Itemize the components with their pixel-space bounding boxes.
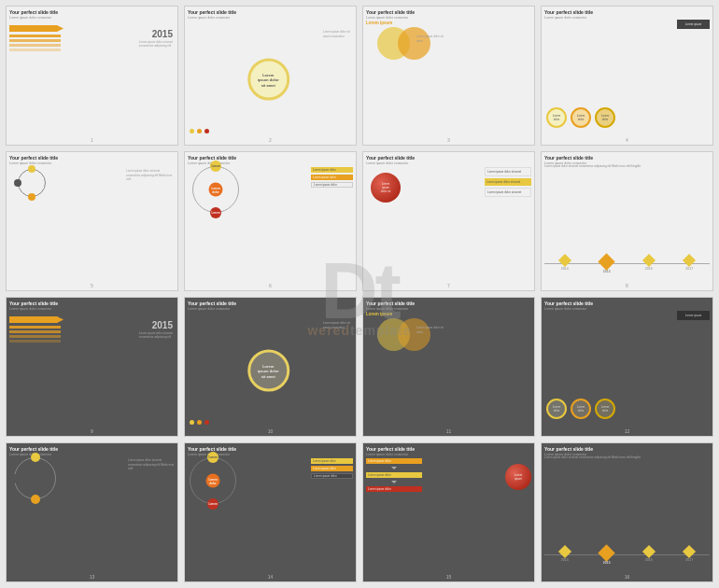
slide-14-boxes: Lorem ipsum dolor Lorem ipsum dolor Lore… bbox=[311, 458, 353, 479]
slide-grid: Your perfect slide title Lorem ipsum dol… bbox=[0, 0, 719, 588]
slide-8-timeline: 2014 2015 2016 2017 bbox=[544, 256, 710, 273]
slide-10-title: Your perfect slide title bbox=[185, 298, 356, 307]
slide-2-dots bbox=[190, 129, 209, 133]
slide-11[interactable]: Your perfect slide title Lorem ipsum dol… bbox=[362, 297, 535, 437]
slide-3[interactable]: Your perfect slide title Lorem ipsum dol… bbox=[362, 6, 535, 146]
slide-11-subtitle: Lorem ipsum dolor consectur bbox=[363, 307, 534, 311]
slide-14[interactable]: Your perfect slide title Lorem ipsum dol… bbox=[184, 442, 357, 582]
slide-1[interactable]: Your perfect slide title Lorem ipsum dol… bbox=[6, 6, 178, 146]
slide-15-flow: Lorem ipsum dolor Lorem ipsum dolor Lore… bbox=[366, 458, 422, 492]
slide-3-subtitle: Lorem ipsum dolor consectur bbox=[363, 16, 534, 20]
slide-4-title: Your perfect slide title bbox=[542, 7, 712, 16]
slide-5-number: 5 bbox=[91, 283, 93, 288]
slide-2[interactable]: Your perfect slide title Lorem ipsum dol… bbox=[184, 6, 357, 146]
slide-5[interactable]: Your perfect slide title Lorem ipsum dol… bbox=[6, 151, 178, 291]
slide-8-text: Lorem ipsum dolor sit amet consectetur a… bbox=[544, 164, 710, 169]
slide-9-title: Your perfect slide title bbox=[7, 298, 177, 307]
slide-9-text: Lorem ipsum dolor sit ametconsectetur ad… bbox=[139, 331, 173, 339]
slide-2-circle: Loremipsum dolorsit amet bbox=[247, 59, 289, 101]
slide-3-number: 3 bbox=[447, 137, 450, 143]
slide-10-number: 10 bbox=[268, 428, 274, 434]
slide-13[interactable]: Your perfect slide title Lorem ipsum dol… bbox=[6, 442, 178, 582]
slide-1-text: Lorem ipsum dolor sit ametconsectetur ad… bbox=[139, 40, 173, 48]
slide-16-number: 16 bbox=[625, 574, 630, 580]
slide-13-text: Lorem ipsum dolor sit amet consectetur a… bbox=[128, 458, 175, 471]
slide-7[interactable]: Your perfect slide title Lorem ipsum dol… bbox=[362, 151, 535, 291]
slide-1-subtitle: Lorem ipsum dolor consectur bbox=[7, 16, 177, 20]
slide-1-arrow bbox=[9, 25, 63, 32]
slide-14-number: 14 bbox=[268, 574, 274, 580]
slide-16-title: Your perfect slide title bbox=[542, 443, 712, 453]
slide-16-timeline: 2014 2015 2016 2017 bbox=[544, 547, 710, 565]
slide-11-title: Your perfect slide title bbox=[363, 298, 534, 307]
slide-3-accent: Lorem ipsum bbox=[366, 21, 392, 25]
slide-15-subtitle: Lorem ipsum dolor consectur bbox=[363, 453, 534, 456]
slide-5-text: Lorem ipsum dolor sit amet consectetur a… bbox=[126, 169, 173, 182]
slide-11-accent: Lorem ipsum bbox=[366, 312, 392, 316]
slide-5-orbital bbox=[18, 169, 46, 197]
slide-1-number: 1 bbox=[91, 137, 93, 143]
slide-12-title: Your perfect slide title bbox=[542, 298, 712, 307]
slide-4-circles: Loremdolor Loremdolor Loremdolor bbox=[546, 107, 615, 128]
slide-3-title: Your perfect slide title bbox=[363, 7, 534, 16]
slide-9-year: 2015 bbox=[152, 320, 173, 330]
slide-10[interactable]: Your perfect slide title Lorem ipsum dol… bbox=[184, 297, 357, 437]
slide-13-orbits bbox=[14, 457, 56, 499]
slide-8[interactable]: Your perfect slide title Lorem ipsum dol… bbox=[541, 151, 713, 291]
slide-10-subtitle: Lorem ipsum dolor consectur bbox=[185, 307, 356, 311]
slide-7-title: Your perfect slide title bbox=[363, 152, 534, 161]
slide-6-boxes: Lorem ipsum dolor Lorem ipsum dolor Lore… bbox=[311, 167, 353, 188]
slide-2-number: 2 bbox=[269, 137, 272, 143]
slide-7-number: 7 bbox=[447, 283, 450, 288]
slide-16-text: Lorem ipsum dolor sit amet consectetur a… bbox=[544, 455, 710, 460]
slide-4-number: 4 bbox=[626, 137, 628, 143]
slide-10-dots bbox=[190, 420, 209, 425]
slide-7-subtitle: Lorem ipsum dolor consectur bbox=[363, 161, 534, 165]
slide-9-lines bbox=[9, 326, 61, 344]
slide-12-circles: Loremdolor Loremdolor Loremdolor bbox=[546, 399, 615, 419]
slide-6-title: Your perfect slide title bbox=[185, 152, 356, 161]
slide-12[interactable]: Your perfect slide title Lorem ipsum dol… bbox=[541, 297, 713, 437]
slide-8-title: Your perfect slide title bbox=[542, 152, 712, 161]
slide-6-orbits: Lorem Lorem Loremdolor bbox=[192, 166, 239, 213]
slide-1-title: Your perfect slide title bbox=[7, 7, 177, 16]
slide-15-circle: Loremipsum bbox=[505, 464, 531, 490]
slide-16[interactable]: Your perfect slide title Lorem ipsum dol… bbox=[541, 442, 713, 582]
slide-4-box: Lorem ipsum bbox=[677, 20, 710, 29]
slide-9[interactable]: Your perfect slide title Lorem ipsum dol… bbox=[6, 297, 178, 437]
slide-8-number: 8 bbox=[626, 283, 628, 288]
slide-1-lines bbox=[9, 35, 61, 53]
slide-10-circle: Loremipsum dolorsit amet bbox=[247, 350, 289, 392]
slide-13-title: Your perfect slide title bbox=[7, 443, 177, 453]
slide-6[interactable]: Your perfect slide title Lorem ipsum dol… bbox=[184, 151, 357, 291]
slide-2-subtitle: Lorem ipsum dolor consectur bbox=[185, 16, 356, 20]
slide-7-red-circle: Loremipsumdolor sit bbox=[371, 173, 401, 203]
slide-1-year: 2015 bbox=[152, 29, 173, 39]
slide-9-number: 9 bbox=[91, 428, 93, 434]
slide-13-number: 13 bbox=[90, 574, 95, 580]
slide-10-text: Lorem ipsum dolor sit amet consectetur bbox=[323, 321, 351, 329]
slide-6-number: 6 bbox=[269, 283, 272, 288]
slide-7-content: Lorem ipsum dolor sit amet Lorem ipsum d… bbox=[485, 167, 531, 197]
slide-5-title: Your perfect slide title bbox=[7, 152, 177, 161]
slide-11-number: 11 bbox=[446, 428, 452, 434]
slide-12-box: Lorem ipsum bbox=[677, 311, 710, 320]
slide-15-number: 15 bbox=[446, 574, 452, 580]
slide-4[interactable]: Your perfect slide title Lorem ipsum dol… bbox=[541, 6, 713, 146]
slide-12-number: 12 bbox=[625, 428, 630, 434]
slide-9-arrow bbox=[9, 316, 63, 323]
slide-2-text: Lorem ipsum dolor sit amet consectetur bbox=[323, 30, 351, 38]
slide-15-title: Your perfect slide title bbox=[363, 443, 534, 453]
slide-2-title: Your perfect slide title bbox=[185, 7, 356, 16]
slide-15[interactable]: Your perfect slide title Lorem ipsum dol… bbox=[362, 442, 535, 582]
slide-9-subtitle: Lorem ipsum dolor consectur bbox=[7, 307, 177, 311]
slide-14-orbits: Lorem Lorem Loremdolor bbox=[190, 457, 236, 504]
